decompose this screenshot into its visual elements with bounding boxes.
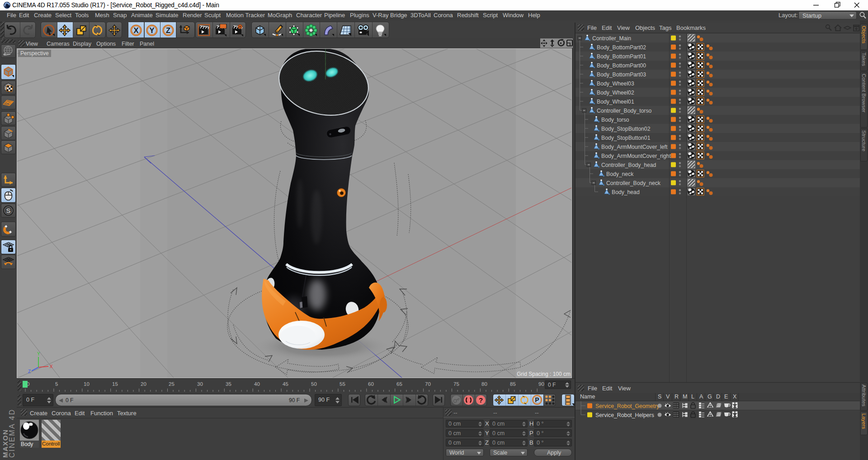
svg-text:Z: Z (28, 369, 31, 374)
svg-text:Body_neck: Body_neck (606, 171, 634, 177)
svg-text:40: 40 (254, 381, 260, 387)
svg-text:S: S (6, 207, 10, 214)
svg-text:Body_BottomPart00: Body_BottomPart00 (597, 62, 646, 69)
svg-text:80: 80 (481, 381, 487, 387)
svg-text:Body_BottomPart03: Body_BottomPart03 (597, 71, 646, 78)
svg-text:Body_Wheel02: Body_Wheel02 (597, 90, 634, 96)
svg-text:25: 25 (169, 381, 175, 387)
svg-text:Controller_Body_torso: Controller_Body_torso (597, 108, 651, 114)
svg-text:Service_Robot_Geometry: Service_Robot_Geometry (595, 403, 660, 409)
svg-text:50: 50 (311, 381, 317, 387)
svg-text:Body_torso: Body_torso (601, 117, 629, 123)
svg-text:30: 30 (197, 381, 203, 387)
svg-text:Z: Z (166, 26, 170, 34)
svg-text:70: 70 (425, 381, 431, 387)
svg-text:Body_ArmMountCover_right: Body_ArmMountCover_right (601, 153, 671, 159)
svg-text:60: 60 (368, 381, 374, 387)
svg-text:Service_Robot_Helpers: Service_Robot_Helpers (595, 412, 654, 418)
svg-text:Body_StopButton01: Body_StopButton01 (601, 135, 651, 141)
svg-text:Body_Wheel03: Body_Wheel03 (597, 81, 634, 87)
svg-text:Controller_Main: Controller_Main (592, 35, 631, 42)
svg-text:Body_ArmMountCover_left: Body_ArmMountCover_left (601, 144, 668, 150)
svg-text:Controller_Body_neck: Controller_Body_neck (606, 180, 661, 186)
svg-text:75: 75 (453, 381, 459, 387)
svg-text:20: 20 (141, 381, 146, 387)
svg-text:45: 45 (283, 381, 288, 387)
svg-text:Grid Spacing : 100 cm: Grid Spacing : 100 cm (517, 371, 571, 377)
svg-text:Body_head: Body_head (612, 189, 640, 195)
svg-text:Controller_Body_head: Controller_Body_head (601, 162, 656, 168)
svg-text:90: 90 (538, 381, 544, 387)
svg-text:X: X (133, 26, 138, 34)
svg-text:?: ? (479, 396, 483, 404)
svg-text:35: 35 (226, 381, 231, 387)
svg-text:5: 5 (55, 381, 58, 387)
svg-text:P: P (535, 396, 539, 403)
svg-text:55: 55 (340, 381, 345, 387)
svg-text:X: X (50, 364, 53, 369)
svg-text:Body_BottomPart02: Body_BottomPart02 (597, 44, 646, 51)
svg-text:Y: Y (149, 26, 154, 34)
svg-text:Body_Wheel01: Body_Wheel01 (597, 99, 634, 105)
svg-text:Y: Y (37, 351, 40, 356)
svg-text:Body_StopButton02: Body_StopButton02 (601, 126, 651, 132)
svg-text:85: 85 (510, 381, 516, 387)
svg-text:65: 65 (396, 381, 402, 387)
svg-text:Body_BottomPart01: Body_BottomPart01 (597, 53, 646, 60)
svg-text:15: 15 (112, 381, 118, 387)
svg-text:10: 10 (84, 381, 90, 387)
